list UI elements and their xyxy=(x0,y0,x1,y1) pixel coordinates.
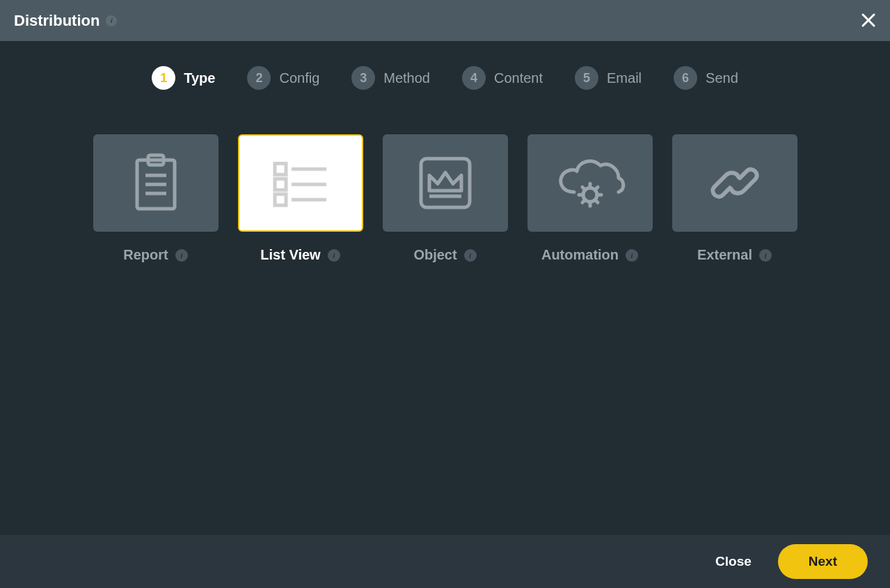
type-label: Report xyxy=(123,247,168,263)
crown-box-icon xyxy=(414,152,477,214)
type-label: External xyxy=(697,247,752,263)
type-option-object: Object i xyxy=(383,134,508,263)
step-number: 6 xyxy=(674,66,697,90)
link-icon xyxy=(704,152,766,214)
info-icon[interactable]: i xyxy=(464,249,477,262)
modal-footer: Close Next xyxy=(0,535,890,588)
info-icon[interactable]: i xyxy=(106,15,117,26)
svg-line-20 xyxy=(582,187,585,190)
type-card-report[interactable] xyxy=(93,134,218,232)
step-email[interactable]: 5 Email xyxy=(575,66,642,90)
modal-title: Distribution xyxy=(14,12,100,30)
type-card-external[interactable] xyxy=(672,134,797,232)
step-label: Config xyxy=(279,70,319,86)
type-label: Automation xyxy=(541,247,619,263)
svg-line-23 xyxy=(582,200,585,202)
distribution-modal: Distribution i 1 Type 2 Config 3 Method xyxy=(0,0,890,588)
cloud-gear-icon xyxy=(552,152,628,214)
step-type[interactable]: 1 Type xyxy=(152,66,215,90)
step-label: Email xyxy=(607,70,642,86)
info-icon[interactable]: i xyxy=(328,249,340,262)
step-label: Content xyxy=(494,70,543,86)
step-content[interactable]: 4 Content xyxy=(462,66,543,90)
close-button[interactable]: Close xyxy=(715,554,752,569)
step-number: 3 xyxy=(351,66,375,90)
close-icon[interactable] xyxy=(858,10,879,31)
list-icon xyxy=(269,155,332,211)
clipboard-icon xyxy=(129,152,183,214)
svg-rect-8 xyxy=(275,179,286,190)
svg-rect-7 xyxy=(275,164,286,175)
modal-header: Distribution i xyxy=(0,0,890,41)
step-number: 1 xyxy=(152,66,175,90)
step-method[interactable]: 3 Method xyxy=(351,66,430,90)
type-cards: Report i xyxy=(93,134,797,263)
wizard-stepper: 1 Type 2 Config 3 Method 4 Content 5 Ema… xyxy=(152,66,738,90)
svg-line-22 xyxy=(595,187,598,190)
next-button[interactable]: Next xyxy=(778,544,868,579)
step-number: 2 xyxy=(247,66,271,90)
svg-line-21 xyxy=(595,200,598,202)
step-label: Type xyxy=(184,70,215,86)
step-label: Send xyxy=(706,70,738,86)
info-icon[interactable]: i xyxy=(759,249,772,262)
step-number: 4 xyxy=(462,66,486,90)
type-option-report: Report i xyxy=(93,134,218,263)
step-label: Method xyxy=(383,70,430,86)
type-card-list-view[interactable] xyxy=(238,134,363,232)
info-icon[interactable]: i xyxy=(175,249,188,262)
type-card-object[interactable] xyxy=(383,134,508,232)
type-label: List View xyxy=(260,247,320,263)
type-option-list-view: List View i xyxy=(238,134,363,263)
svg-rect-9 xyxy=(275,194,286,205)
type-label: Object xyxy=(413,247,456,263)
type-option-automation: Automation i xyxy=(527,134,653,263)
info-icon[interactable]: i xyxy=(626,249,638,262)
type-card-automation[interactable] xyxy=(527,134,653,232)
step-number: 5 xyxy=(575,66,598,90)
type-option-external: External i xyxy=(672,134,797,263)
step-send[interactable]: 6 Send xyxy=(674,66,738,90)
step-config[interactable]: 2 Config xyxy=(247,66,319,90)
modal-body: 1 Type 2 Config 3 Method 4 Content 5 Ema… xyxy=(0,41,890,535)
